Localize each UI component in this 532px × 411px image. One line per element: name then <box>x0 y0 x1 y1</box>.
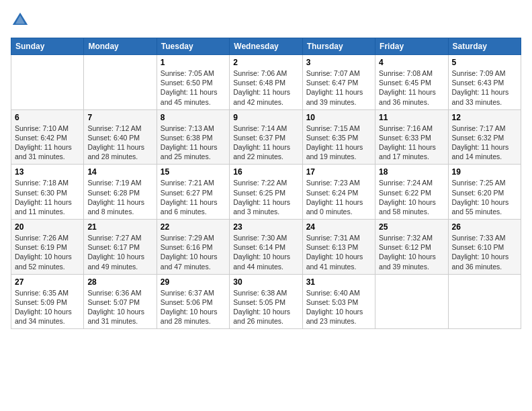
calendar-header-row: SundayMondayTuesdayWednesdayThursdayFrid… <box>11 38 521 55</box>
day-number: 6 <box>15 113 80 122</box>
day-number: 11 <box>379 113 444 122</box>
day-info: Sunrise: 7:31 AM Sunset: 6:13 PM Dayligh… <box>306 233 371 271</box>
calendar-cell: 24Sunrise: 7:31 AM Sunset: 6:13 PM Dayli… <box>302 220 375 275</box>
day-number: 5 <box>452 58 517 67</box>
calendar-cell: 23Sunrise: 7:30 AM Sunset: 6:14 PM Dayli… <box>230 220 302 275</box>
day-info: Sunrise: 7:12 AM Sunset: 6:40 PM Dayligh… <box>87 124 152 162</box>
calendar-cell: 28Sunrise: 6:36 AM Sunset: 5:07 PM Dayli… <box>84 274 157 329</box>
day-number: 22 <box>161 222 226 232</box>
calendar-cell: 12Sunrise: 7:17 AM Sunset: 6:32 PM Dayli… <box>448 109 521 165</box>
calendar-weekday-tuesday: Tuesday <box>157 38 229 55</box>
calendar-cell: 26Sunrise: 7:33 AM Sunset: 6:10 PM Dayli… <box>448 220 521 275</box>
calendar-cell: 29Sunrise: 6:37 AM Sunset: 5:06 PM Dayli… <box>157 274 229 329</box>
day-info: Sunrise: 6:37 AM Sunset: 5:06 PM Dayligh… <box>161 288 226 326</box>
day-info: Sunrise: 7:09 AM Sunset: 6:43 PM Dayligh… <box>452 68 517 107</box>
day-info: Sunrise: 7:16 AM Sunset: 6:33 PM Dayligh… <box>379 124 444 162</box>
calendar-cell: 14Sunrise: 7:19 AM Sunset: 6:28 PM Dayli… <box>84 165 157 220</box>
day-info: Sunrise: 7:14 AM Sunset: 6:37 PM Dayligh… <box>233 124 298 162</box>
day-info: Sunrise: 7:29 AM Sunset: 6:16 PM Dayligh… <box>161 233 226 271</box>
calendar-cell: 19Sunrise: 7:25 AM Sunset: 6:20 PM Dayli… <box>448 165 521 220</box>
calendar-cell: 3Sunrise: 7:07 AM Sunset: 6:47 PM Daylig… <box>302 55 375 110</box>
day-number: 18 <box>379 167 444 177</box>
calendar-cell: 13Sunrise: 7:18 AM Sunset: 6:30 PM Dayli… <box>11 165 84 220</box>
day-number: 15 <box>161 167 226 177</box>
day-info: Sunrise: 7:18 AM Sunset: 6:30 PM Dayligh… <box>15 178 80 216</box>
calendar-weekday-wednesday: Wednesday <box>230 38 302 55</box>
page-header <box>11 11 521 30</box>
day-info: Sunrise: 7:15 AM Sunset: 6:35 PM Dayligh… <box>306 124 371 162</box>
calendar-cell: 2Sunrise: 7:06 AM Sunset: 6:48 PM Daylig… <box>230 55 302 110</box>
calendar-cell: 16Sunrise: 7:22 AM Sunset: 6:25 PM Dayli… <box>230 165 302 220</box>
calendar-cell: 30Sunrise: 6:38 AM Sunset: 5:05 PM Dayli… <box>230 274 302 329</box>
day-info: Sunrise: 7:25 AM Sunset: 6:20 PM Dayligh… <box>452 178 517 216</box>
calendar-cell: 20Sunrise: 7:26 AM Sunset: 6:19 PM Dayli… <box>11 220 84 275</box>
calendar-table: SundayMondayTuesdayWednesdayThursdayFrid… <box>11 38 521 329</box>
calendar-cell: 15Sunrise: 7:21 AM Sunset: 6:27 PM Dayli… <box>157 165 229 220</box>
day-info: Sunrise: 7:06 AM Sunset: 6:48 PM Dayligh… <box>233 68 298 107</box>
calendar-cell <box>11 55 84 110</box>
calendar-cell: 10Sunrise: 7:15 AM Sunset: 6:35 PM Dayli… <box>302 109 375 165</box>
calendar-cell <box>448 274 521 329</box>
day-number: 20 <box>15 222 80 232</box>
day-info: Sunrise: 7:27 AM Sunset: 6:17 PM Dayligh… <box>87 233 152 271</box>
calendar-cell: 8Sunrise: 7:13 AM Sunset: 6:38 PM Daylig… <box>157 109 229 165</box>
calendar-cell: 22Sunrise: 7:29 AM Sunset: 6:16 PM Dayli… <box>157 220 229 275</box>
day-number: 8 <box>161 113 226 122</box>
calendar-weekday-sunday: Sunday <box>11 38 84 55</box>
day-number: 31 <box>306 277 371 287</box>
day-number: 3 <box>306 58 371 67</box>
calendar-weekday-saturday: Saturday <box>448 38 521 55</box>
calendar-cell: 11Sunrise: 7:16 AM Sunset: 6:33 PM Dayli… <box>375 109 448 165</box>
day-number: 27 <box>15 277 80 287</box>
day-info: Sunrise: 6:35 AM Sunset: 5:09 PM Dayligh… <box>15 288 80 326</box>
calendar-week-row: 27Sunrise: 6:35 AM Sunset: 5:09 PM Dayli… <box>11 274 521 329</box>
day-number: 13 <box>15 167 80 177</box>
day-number: 24 <box>306 222 371 232</box>
calendar-cell: 31Sunrise: 6:40 AM Sunset: 5:03 PM Dayli… <box>302 274 375 329</box>
calendar-cell: 6Sunrise: 7:10 AM Sunset: 6:42 PM Daylig… <box>11 109 84 165</box>
day-number: 2 <box>233 58 298 67</box>
calendar-weekday-friday: Friday <box>375 38 448 55</box>
day-info: Sunrise: 7:10 AM Sunset: 6:42 PM Dayligh… <box>15 124 80 162</box>
calendar-cell: 9Sunrise: 7:14 AM Sunset: 6:37 PM Daylig… <box>230 109 302 165</box>
day-number: 29 <box>161 277 226 287</box>
day-info: Sunrise: 7:24 AM Sunset: 6:22 PM Dayligh… <box>379 178 444 216</box>
calendar-cell: 25Sunrise: 7:32 AM Sunset: 6:12 PM Dayli… <box>375 220 448 275</box>
day-number: 4 <box>379 58 444 67</box>
logo-icon <box>11 11 30 30</box>
day-number: 30 <box>233 277 298 287</box>
calendar-cell: 17Sunrise: 7:23 AM Sunset: 6:24 PM Dayli… <box>302 165 375 220</box>
calendar-weekday-monday: Monday <box>84 38 157 55</box>
day-number: 26 <box>452 222 517 232</box>
day-info: Sunrise: 7:21 AM Sunset: 6:27 PM Dayligh… <box>161 178 226 216</box>
day-number: 1 <box>161 58 226 67</box>
day-number: 10 <box>306 113 371 122</box>
day-number: 21 <box>87 222 152 232</box>
calendar-cell <box>375 274 448 329</box>
day-number: 7 <box>87 113 152 122</box>
day-info: Sunrise: 7:30 AM Sunset: 6:14 PM Dayligh… <box>233 233 298 271</box>
day-info: Sunrise: 7:33 AM Sunset: 6:10 PM Dayligh… <box>452 233 517 271</box>
day-info: Sunrise: 7:32 AM Sunset: 6:12 PM Dayligh… <box>379 233 444 271</box>
calendar-week-row: 20Sunrise: 7:26 AM Sunset: 6:19 PM Dayli… <box>11 220 521 275</box>
day-info: Sunrise: 7:19 AM Sunset: 6:28 PM Dayligh… <box>87 178 152 216</box>
day-info: Sunrise: 7:05 AM Sunset: 6:50 PM Dayligh… <box>161 68 226 107</box>
day-info: Sunrise: 7:13 AM Sunset: 6:38 PM Dayligh… <box>161 124 226 162</box>
day-number: 28 <box>87 277 152 287</box>
day-info: Sunrise: 7:07 AM Sunset: 6:47 PM Dayligh… <box>306 68 371 107</box>
day-info: Sunrise: 7:22 AM Sunset: 6:25 PM Dayligh… <box>233 178 298 216</box>
calendar-week-row: 6Sunrise: 7:10 AM Sunset: 6:42 PM Daylig… <box>11 109 521 165</box>
calendar-cell: 21Sunrise: 7:27 AM Sunset: 6:17 PM Dayli… <box>84 220 157 275</box>
calendar-cell: 27Sunrise: 6:35 AM Sunset: 5:09 PM Dayli… <box>11 274 84 329</box>
day-info: Sunrise: 6:36 AM Sunset: 5:07 PM Dayligh… <box>87 288 152 326</box>
day-number: 17 <box>306 167 371 177</box>
day-info: Sunrise: 6:40 AM Sunset: 5:03 PM Dayligh… <box>306 288 371 326</box>
day-info: Sunrise: 7:23 AM Sunset: 6:24 PM Dayligh… <box>306 178 371 216</box>
day-info: Sunrise: 7:08 AM Sunset: 6:45 PM Dayligh… <box>379 68 444 107</box>
day-number: 9 <box>233 113 298 122</box>
day-info: Sunrise: 6:38 AM Sunset: 5:05 PM Dayligh… <box>233 288 298 326</box>
calendar-week-row: 13Sunrise: 7:18 AM Sunset: 6:30 PM Dayli… <box>11 165 521 220</box>
calendar-cell: 1Sunrise: 7:05 AM Sunset: 6:50 PM Daylig… <box>157 55 229 110</box>
calendar-cell <box>84 55 157 110</box>
calendar-cell: 7Sunrise: 7:12 AM Sunset: 6:40 PM Daylig… <box>84 109 157 165</box>
